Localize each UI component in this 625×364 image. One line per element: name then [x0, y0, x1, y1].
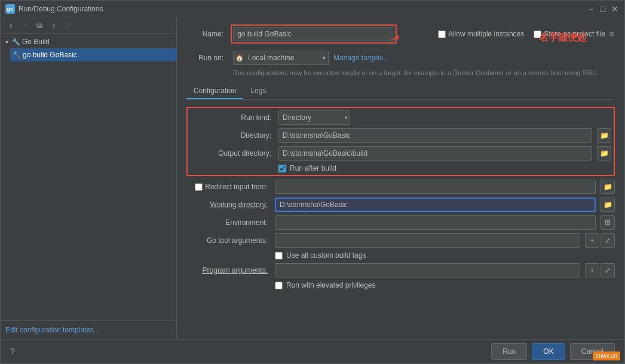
working-directory-browse-button[interactable]: 📁 — [601, 198, 615, 212]
tree-expand-arrow: ▾ — [3, 38, 10, 45]
minimize-button[interactable]: − — [586, 4, 596, 14]
tab-configuration[interactable]: Configuration — [186, 84, 243, 99]
output-directory-input[interactable] — [278, 146, 592, 161]
run-elevated-row: Run with elevated privileges — [275, 281, 615, 289]
help-button[interactable]: ? — [10, 347, 15, 356]
redirect-input-row: Redirect input from: 📁 — [186, 180, 615, 194]
directory-row: Directory: 📁 — [190, 128, 611, 143]
run-kind-select[interactable]: Directory File Package — [278, 110, 350, 125]
program-arg-expand-button[interactable]: ⤢ — [601, 263, 615, 277]
config-tree[interactable]: ▾ 🔧 Go Build 🔨 go build GoBasic — [1, 34, 176, 320]
run-on-label: Run on: — [186, 54, 228, 62]
bottom-bar: ? Run OK Cancel — [1, 339, 624, 363]
run-on-select[interactable]: Local machine — [233, 51, 329, 65]
program-arguments-input[interactable] — [275, 263, 580, 277]
title-bar: go Run/Debug Configurations − □ ✕ — [1, 1, 624, 17]
add-config-button[interactable]: + — [4, 20, 17, 32]
go-build-child-icon: 🔨 — [13, 51, 21, 59]
output-directory-row: Output directory: 📁 — [190, 146, 611, 161]
ok-button[interactable]: OK — [532, 343, 565, 360]
allow-multiple-checkbox[interactable] — [438, 30, 446, 38]
redirect-input-label: Redirect input from: — [205, 183, 268, 191]
name-label: Name: — [186, 30, 228, 38]
left-toolbar: + − ⧉ ↑ ↺ — [1, 17, 176, 34]
config-section: Run kind: Directory File Package ▾ — [190, 110, 611, 172]
name-input[interactable] — [233, 27, 394, 41]
tabs-row: Configuration Logs — [186, 84, 615, 100]
redirect-section: Redirect input from: 📁 Working directory… — [186, 180, 615, 289]
tree-child-item: 🔨 go build GoBasic — [1, 48, 176, 61]
output-directory-browse-button[interactable]: 📁 — [597, 146, 611, 161]
environment-input[interactable] — [275, 215, 596, 230]
move-up-button[interactable]: ↑ — [47, 20, 60, 32]
tab-logs[interactable]: Logs — [243, 84, 273, 99]
use-all-custom-label: Use all custom build tags — [286, 251, 366, 260]
apply-button: ↺ — [62, 20, 75, 32]
run-kind-label: Run kind: — [190, 113, 274, 122]
maximize-button[interactable]: □ — [598, 4, 608, 14]
copy-config-button[interactable]: ⧉ — [33, 20, 46, 32]
program-arguments-row: Program arguments: + ⤢ — [186, 263, 615, 277]
go-tool-arguments-row: Go tool arguments: + ⤢ — [186, 233, 615, 248]
go-tool-arguments-label: Go tool arguments: — [186, 236, 270, 245]
tree-group-label: Go Build — [22, 38, 50, 46]
go-tool-expand-button[interactable]: ⤢ — [601, 233, 615, 248]
redirect-label-wrap: Redirect input from: — [186, 183, 270, 191]
redirect-input-checkbox[interactable] — [195, 183, 203, 191]
name-row: Name: — [186, 24, 397, 44]
edit-configuration-templates-link[interactable]: Edit configuration templates... — [5, 326, 100, 334]
directory-input[interactable] — [278, 128, 592, 143]
run-kind-row: Run kind: Directory File Package ▾ — [190, 110, 611, 125]
tree-group-go-build: ▾ 🔧 Go Build 🔨 go build GoBasic — [1, 35, 176, 61]
run-kind-select-wrapper: Directory File Package ▾ — [278, 110, 350, 125]
name-input-wrapper — [231, 24, 397, 44]
program-arguments-label: Program arguments: — [186, 266, 270, 274]
use-all-custom-checkbox[interactable] — [275, 252, 283, 260]
run-elevated-checkbox[interactable] — [275, 282, 283, 289]
config-form-box: Run kind: Directory File Package ▾ — [186, 107, 615, 176]
tree-config-label: go build GoBasic — [23, 51, 77, 59]
run-after-build-row: Run after build — [278, 164, 611, 172]
tree-config-item[interactable]: 🔨 go build GoBasic — [10, 48, 176, 61]
hint-text: Run configurations may be executed local… — [233, 69, 615, 78]
working-directory-row: Working directory: 📁 — [186, 198, 615, 212]
working-directory-input[interactable] — [275, 198, 596, 212]
redirect-input-field[interactable] — [275, 180, 596, 194]
store-icon: ⚙ — [609, 30, 615, 38]
go-tool-buttons: + ⤢ — [585, 233, 615, 248]
run-elevated-label: Run with elevated privileges — [286, 281, 375, 289]
environment-browse-button[interactable]: ⊞ — [601, 215, 615, 230]
run-after-build-checkbox[interactable] — [278, 165, 286, 172]
program-arg-buttons: + ⤢ — [585, 263, 615, 277]
run-after-build-label: Run after build — [290, 164, 336, 172]
window-title: Run/Debug Configurations — [19, 5, 583, 13]
tree-group-item[interactable]: ▾ 🔧 Go Build — [1, 35, 176, 48]
main-content: + − ⧉ ↑ ↺ ▾ 🔧 Go Build 🔨 go build — [1, 17, 624, 339]
remove-config-button[interactable]: − — [19, 20, 32, 32]
left-footer: Edit configuration templates... — [1, 320, 176, 339]
manage-targets-link[interactable]: Manage targets... — [333, 54, 389, 62]
environment-label: Environment: — [186, 218, 270, 227]
annotation-chinese-text: 名字随便起 — [539, 32, 587, 44]
directory-browse-button[interactable]: 📁 — [597, 128, 611, 143]
left-panel: + − ⧉ ↑ ↺ ▾ 🔧 Go Build 🔨 go build — [1, 17, 177, 339]
close-button[interactable]: ✕ — [610, 4, 620, 14]
go-tool-arguments-input[interactable] — [275, 233, 580, 248]
watermark-badge: znwx.cn — [593, 351, 620, 360]
allow-multiple-row: Allow multiple instances — [438, 30, 524, 38]
go-tool-add-button[interactable]: + — [585, 233, 599, 248]
environment-row: Environment: ⊞ — [186, 215, 615, 230]
app-icon: go — [5, 4, 15, 14]
run-on-select-wrapper: 🏠 Local machine ▾ — [233, 51, 329, 65]
redirect-browse-button[interactable]: 📁 — [601, 180, 615, 194]
working-directory-label: Working directory: — [186, 200, 270, 209]
window-controls: − □ ✕ — [586, 4, 620, 14]
directory-label: Directory: — [190, 131, 274, 140]
allow-multiple-label: Allow multiple instances — [448, 30, 524, 38]
run-button[interactable]: Run — [491, 343, 527, 360]
run-on-row: Run on: 🏠 Local machine ▾ Manage targets… — [186, 51, 615, 65]
run-debug-configurations-window: go Run/Debug Configurations − □ ✕ + − ⧉ … — [0, 0, 625, 364]
program-arg-add-button[interactable]: + — [585, 263, 599, 277]
go-build-group-icon: 🔧 — [12, 38, 20, 46]
output-directory-label: Output directory: — [190, 149, 274, 158]
